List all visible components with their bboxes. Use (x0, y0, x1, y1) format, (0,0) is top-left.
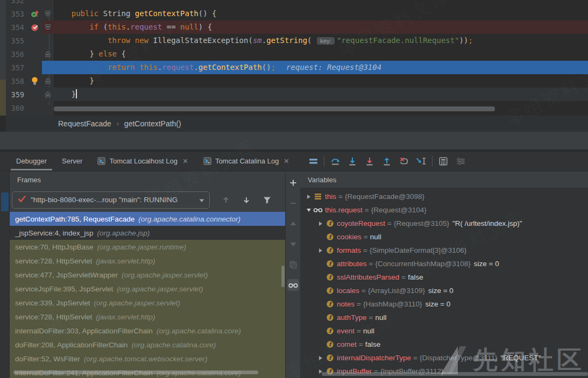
code-line[interactable]: 352 (6, 0, 588, 7)
filter-button[interactable] (263, 196, 272, 204)
gutter-icon-cell[interactable] (27, 74, 42, 88)
method-entry-icon[interactable] (30, 9, 40, 19)
gutter-icon-cell[interactable] (27, 61, 42, 74)
variable-row[interactable]: fcookies=null (300, 230, 588, 244)
run-to-cursor-button[interactable] (413, 155, 430, 168)
chevron-collapsed-icon[interactable] (316, 248, 324, 253)
variable-row[interactable]: finternalDispatcherType={DispatcherType@… (300, 351, 588, 365)
tab-tomcat-localhost-log[interactable]: Tomcat Localhost Log (90, 152, 195, 170)
frame-row[interactable]: _jspService:4, index_jsp(org.apache.jsp) (10, 226, 285, 240)
fold-marker[interactable] (42, 20, 53, 34)
frame-row[interactable]: internalDoFilter:303, ApplicationFilterC… (10, 324, 285, 338)
hamburger-menu-button[interactable] (304, 155, 322, 168)
variable-row[interactable]: fcoyoteRequest={Request@3105}"R( /urltes… (300, 217, 588, 230)
variable-row[interactable]: flocales={ArrayList@3109}size = 0 (300, 284, 588, 297)
frame-row[interactable]: getContextPath:785, RequestFacade(org.ap… (10, 212, 285, 226)
gutter-icon-cell[interactable] (27, 7, 42, 20)
tab-server[interactable]: Server (54, 152, 90, 170)
tab-close-button[interactable] (182, 158, 188, 164)
code-line[interactable]: 357 return this.request.getContextPath()… (6, 61, 588, 74)
evaluate-expression-button[interactable] (435, 155, 452, 168)
chevron-expanded-icon[interactable] (304, 209, 313, 212)
frame-row[interactable]: doFilter:52, WsFilter(org.apache.tomcat.… (10, 352, 285, 366)
down-arrow-button[interactable] (242, 196, 251, 204)
line-number[interactable]: 360 (6, 104, 27, 112)
frame-row[interactable]: service:728, HttpServlet(javax.servlet.h… (10, 310, 285, 324)
frame-row[interactable]: service:70, HttpJspBase(org.apache.jaspe… (10, 240, 285, 254)
code-line[interactable]: 359 } (6, 88, 588, 101)
line-number[interactable]: 355 (6, 37, 27, 45)
fold-marker[interactable] (42, 88, 53, 101)
line-number[interactable]: 353 (6, 10, 27, 18)
frame-row[interactable]: serviceJspFile:395, JspServlet(org.apach… (10, 282, 285, 296)
step-out-button[interactable] (378, 155, 395, 168)
gutter-icon-cell[interactable] (27, 0, 42, 7)
editor-horizontal-scrollbar[interactable] (54, 106, 495, 111)
breakpoint-verified-icon[interactable] (31, 23, 39, 32)
chevron-collapsed-icon[interactable] (304, 195, 313, 199)
variable-row[interactable]: fsslAttributesParsed=false (300, 270, 588, 284)
fold-end-icon[interactable] (45, 91, 51, 98)
frame-row[interactable]: service:477, JspServletWrapper(org.apach… (10, 268, 285, 282)
variable-row[interactable]: this={RequestFacade@3098} (300, 190, 588, 203)
breadcrumb-method[interactable]: getContextPath() (124, 119, 181, 128)
frame-row[interactable]: service:339, JspServlet(org.apache.jaspe… (10, 296, 285, 310)
gutter-icon-cell[interactable] (27, 20, 42, 34)
lightbulb-icon[interactable] (31, 76, 39, 85)
fold-marker[interactable] (42, 7, 53, 20)
line-number[interactable]: 352 (6, 0, 27, 5)
code-line[interactable]: 354 if (this.request == null) { (6, 20, 588, 34)
drop-frame-button[interactable] (395, 155, 413, 168)
variable-row[interactable]: fcomet=false (300, 338, 588, 351)
variables-horizontal-scrollbar[interactable] (322, 372, 588, 376)
fold-start-icon[interactable] (45, 10, 51, 17)
chevron-collapsed-icon[interactable] (316, 222, 324, 226)
line-number[interactable]: 356 (6, 50, 27, 59)
frames-horizontal-scrollbar[interactable] (13, 370, 258, 374)
fold-end-icon[interactable] (45, 51, 51, 58)
line-number[interactable]: 358 (6, 77, 27, 85)
variable-row[interactable]: fevent=null (300, 324, 588, 338)
step-into-button[interactable] (344, 155, 361, 168)
toolwindow-left-stripe[interactable] (0, 172, 10, 378)
step-over-button[interactable] (327, 155, 344, 168)
show-watches-button[interactable] (287, 279, 299, 291)
fold-marker[interactable] (42, 101, 53, 115)
fold-marker[interactable] (42, 0, 53, 7)
variable-row[interactable]: fattributes={ConcurrentHashMap@3108}size… (300, 257, 588, 270)
variable-row[interactable]: fauthType=null (300, 311, 588, 324)
line-number[interactable]: 357 (6, 63, 27, 72)
fold-marker[interactable] (42, 74, 53, 88)
variable-row[interactable]: finputBuffer={InputBuffer@3112} (300, 365, 588, 378)
gutter-icon-cell[interactable] (27, 88, 42, 101)
tab-debugger[interactable]: Debugger (9, 152, 54, 170)
thread-selector-dropdown[interactable]: "http-bio-8080-exec-...roup "main": RUNN… (12, 191, 210, 209)
force-step-into-button[interactable] (361, 155, 378, 168)
code-line[interactable]: 353 public String getContextPath() { (6, 7, 588, 20)
line-number[interactable]: 354 (6, 23, 27, 32)
variable-row[interactable]: this.request={Request@3104} (300, 203, 588, 217)
tab-tomcat-catalina-log[interactable]: Tomcat Catalina Log (196, 152, 297, 170)
gutter-icon-cell[interactable] (27, 47, 42, 61)
frames-vertical-scrollbar[interactable] (281, 266, 285, 287)
chevron-collapsed-icon[interactable] (316, 356, 324, 360)
variable-row[interactable]: fformats={SimpleDateFormat[3]@3106} (300, 244, 588, 257)
fold-marker[interactable] (42, 61, 53, 74)
code-editor[interactable]: 352353 public String getContextPath() {3… (0, 0, 588, 116)
breadcrumb-class[interactable]: RequestFacade (58, 119, 111, 128)
variable-row[interactable]: fnotes={HashMap@3110}size = 0 (300, 297, 588, 311)
frame-row[interactable]: service:728, HttpServlet(javax.servlet.h… (10, 254, 285, 268)
line-number[interactable]: 359 (6, 90, 27, 99)
code-line[interactable]: 355 throw new IllegalStateException(sm.g… (6, 34, 588, 47)
gutter-icon-cell[interactable] (27, 101, 42, 115)
fold-start-icon[interactable] (45, 24, 51, 31)
code-line[interactable]: 358 } (6, 74, 588, 88)
fold-end-icon[interactable] (45, 77, 51, 84)
tab-close-button[interactable] (284, 158, 289, 164)
code-line[interactable]: 356 } else { (6, 47, 588, 61)
fold-marker[interactable] (42, 34, 53, 47)
add-watch-button[interactable] (287, 177, 299, 189)
fold-marker[interactable] (42, 47, 53, 61)
gutter-icon-cell[interactable] (27, 34, 42, 47)
frame-row[interactable]: doFilter:208, ApplicationFilterChain(org… (10, 338, 285, 352)
